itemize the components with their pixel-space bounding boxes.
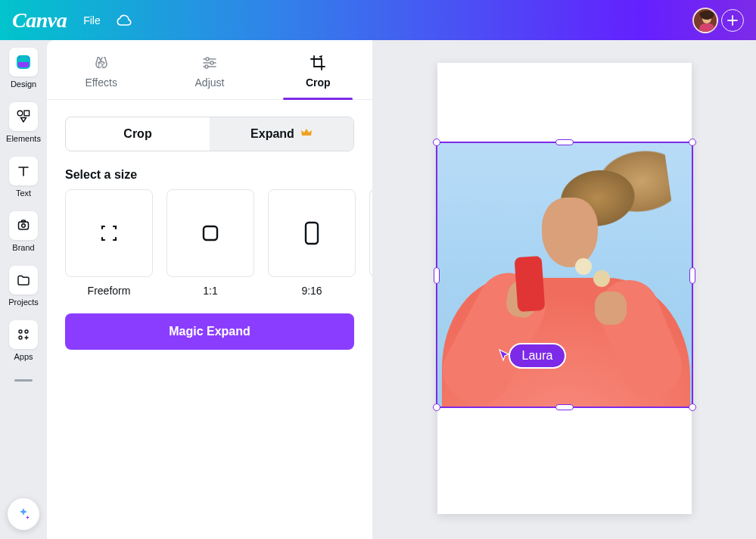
effects-icon: fx <box>92 54 110 72</box>
svg-rect-17 <box>204 226 217 240</box>
svg-point-8 <box>22 224 26 228</box>
svg-point-16 <box>205 65 208 68</box>
artboard-page[interactable]: Laura <box>437 63 692 514</box>
segment-expand[interactable]: Expand <box>210 117 353 151</box>
sidebar-item-text[interactable]: Text <box>9 157 38 198</box>
tab-label: Effects <box>85 76 117 89</box>
svg-text:fx: fx <box>98 60 105 70</box>
side-rail: Design Elements Text <box>0 40 47 539</box>
resize-handle-top-right[interactable] <box>689 139 696 146</box>
portrait-ratio-icon <box>303 220 320 246</box>
segment-label: Expand <box>250 127 294 141</box>
main-layout: Design Elements Text <box>0 40 756 539</box>
cloud-save-icon[interactable] <box>116 14 132 26</box>
svg-point-12 <box>19 336 22 339</box>
resize-handle-top[interactable] <box>555 139 574 145</box>
size-option-1-1[interactable]: 1:1 <box>166 189 254 297</box>
sidebar-item-projects[interactable]: Projects <box>8 266 39 307</box>
apps-icon <box>16 327 31 342</box>
resize-handle-top-left[interactable] <box>433 139 440 146</box>
sidebar-item-design[interactable]: Design <box>9 48 38 89</box>
svg-rect-2 <box>699 23 714 33</box>
size-label: 9:16 <box>301 285 322 297</box>
resize-handle-left[interactable] <box>434 267 440 284</box>
svg-point-5 <box>17 111 23 116</box>
resize-handle-bottom-left[interactable] <box>433 403 440 411</box>
button-label: Magic Expand <box>169 325 250 338</box>
freeform-icon <box>98 222 120 245</box>
size-options: Freeform 1:1 9:16 <box>47 189 372 297</box>
canva-logo[interactable]: Canva <box>12 8 67 33</box>
top-header: Canva File <box>0 0 756 40</box>
tab-label: Crop <box>306 76 331 89</box>
sidebar-item-apps[interactable]: Apps <box>9 320 38 361</box>
sidebar-item-elements[interactable]: Elements <box>6 102 41 143</box>
crop-expand-toggle: Crop Expand <box>65 117 354 151</box>
tab-crop[interactable]: Crop <box>264 40 372 99</box>
svg-point-10 <box>19 330 22 333</box>
sidebar-label: Projects <box>8 298 39 307</box>
segment-crop[interactable]: Crop <box>66 117 210 151</box>
tab-adjust[interactable]: Adjust <box>155 40 263 99</box>
sidebar-label: Elements <box>6 134 41 143</box>
share-plus-button[interactable] <box>721 9 744 32</box>
square-ratio-icon <box>199 222 222 245</box>
sidebar-label: Apps <box>14 352 33 361</box>
sidebar-label: Design <box>11 79 36 89</box>
svg-rect-6 <box>24 111 30 116</box>
sidebar-label: Brand <box>12 243 34 252</box>
sidebar-more-handle[interactable] <box>14 379 33 382</box>
size-option-freeform[interactable]: Freeform <box>65 189 153 297</box>
collaborator-cursor: Laura <box>498 343 567 369</box>
svg-point-15 <box>210 61 213 64</box>
canvas-area[interactable]: Laura <box>372 40 756 539</box>
svg-rect-7 <box>19 222 29 229</box>
magic-assist-button[interactable] <box>8 498 39 530</box>
segment-label: Crop <box>123 127 151 141</box>
size-option-9-16[interactable]: 9:16 <box>268 189 356 297</box>
select-size-heading: Select a size <box>65 168 354 182</box>
selected-image[interactable]: Laura <box>436 142 693 408</box>
premium-crown-icon <box>300 127 313 141</box>
resize-handle-bottom[interactable] <box>555 404 574 410</box>
elements-icon <box>16 109 31 124</box>
svg-point-14 <box>206 58 209 61</box>
resize-handle-right[interactable] <box>689 267 695 284</box>
size-label: Freeform <box>88 285 131 297</box>
size-label: 1:1 <box>203 285 217 297</box>
design-icon <box>15 54 32 70</box>
svg-rect-18 <box>306 223 318 244</box>
panel-tabs: fx Effects Adjust Crop <box>47 40 372 100</box>
file-menu[interactable]: File <box>83 14 101 26</box>
collaborator-name-pill: Laura <box>509 343 567 369</box>
tab-effects[interactable]: fx Effects <box>47 40 155 99</box>
edit-panel: fx Effects Adjust Crop <box>47 40 372 539</box>
adjust-icon <box>201 54 219 72</box>
sidebar-item-brand[interactable]: Brand <box>9 211 38 252</box>
sidebar-label: Text <box>16 188 31 198</box>
projects-icon <box>16 273 31 288</box>
magic-expand-button[interactable]: Magic Expand <box>65 313 354 350</box>
crop-icon <box>309 54 327 72</box>
user-avatar[interactable] <box>692 8 718 33</box>
svg-point-11 <box>25 330 28 333</box>
resize-handle-bottom-right[interactable] <box>689 403 696 411</box>
tab-label: Adjust <box>195 76 225 89</box>
text-icon <box>16 164 31 179</box>
brand-icon <box>16 218 31 233</box>
sparkle-icon <box>15 506 32 522</box>
